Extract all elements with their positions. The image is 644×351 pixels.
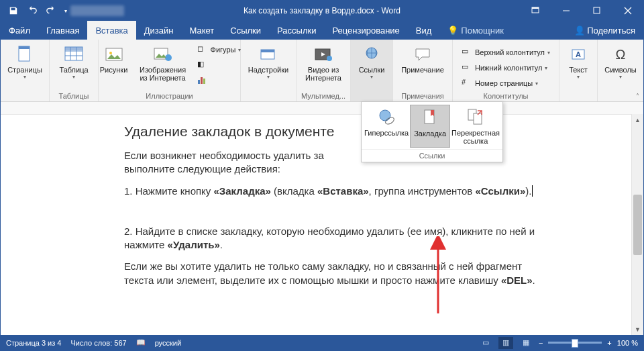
tab-review[interactable]: Рецензирование (324, 21, 407, 40)
chart-button[interactable] (195, 73, 244, 88)
share-icon: 👤 (574, 26, 585, 36)
lightbulb-icon: 💡 (447, 26, 458, 36)
online-video-button[interactable]: Видео из Интернета (299, 42, 347, 82)
symbols-button[interactable]: Ω Символы▾ (600, 42, 641, 80)
tab-layout[interactable]: Макет (181, 21, 222, 40)
group-pages: Страницы▾ (1, 40, 50, 101)
omega-icon: Ω (610, 44, 631, 65)
cross-reference-button[interactable]: Перекрестная ссылка (450, 105, 501, 148)
zoom-in-button[interactable]: + (607, 339, 611, 347)
shapes-icon: ◻ (197, 44, 208, 55)
maximize-button[interactable] (582, 1, 612, 21)
table-icon (63, 44, 85, 65)
tab-insert[interactable]: Вставка (87, 21, 136, 40)
tab-view[interactable]: Вид (408, 21, 440, 40)
tab-home[interactable]: Главная (38, 21, 87, 40)
ribbon: Страницы▾ Таблица▾ Таблицы Рисунки (1, 40, 643, 102)
header-button[interactable]: ▭Верхний колонтитул ▾ (459, 45, 553, 60)
video-icon (313, 44, 334, 65)
chart-icon (197, 75, 208, 86)
window-controls (520, 1, 643, 21)
addins-button[interactable]: Надстройки▾ (244, 42, 293, 80)
qat-more-button[interactable]: ▾ (61, 1, 70, 20)
tell-me[interactable]: 💡Помощник (439, 21, 512, 40)
zoom-slider[interactable] (548, 342, 602, 344)
page-number-button[interactable]: #Номер страницы ▾ (459, 76, 553, 91)
shapes-button[interactable]: ◻Фигуры ▾ (195, 42, 244, 57)
group-links: Ссылки▾ (351, 40, 393, 101)
tab-references[interactable]: Ссылки (222, 21, 269, 40)
tab-mailings[interactable]: Рассылки (269, 21, 324, 40)
picture-icon (103, 44, 125, 65)
zoom-out-button[interactable]: − (539, 339, 543, 347)
ruler[interactable] (1, 102, 643, 115)
status-wordcount[interactable]: Число слов: 567 (70, 339, 126, 347)
vertical-scrollbar[interactable]: ▲ ▼ (631, 114, 643, 335)
addins-icon (258, 44, 279, 65)
pictures-button[interactable]: Рисунки (95, 42, 133, 74)
pagenum-icon: # (462, 78, 472, 89)
svg-rect-14 (203, 79, 205, 84)
footer-button[interactable]: ▭Нижний колонтитул ▾ (459, 60, 553, 75)
hyperlink-icon (376, 107, 397, 126)
bookmark-button[interactable]: Закладка (410, 105, 450, 148)
illus-small-buttons: ◻Фигуры ▾ ◧ (195, 42, 244, 88)
comment-icon (412, 44, 433, 65)
online-picture-icon (152, 44, 174, 65)
tab-file[interactable]: Файл (1, 21, 38, 40)
group-text: A Текст▾ (559, 40, 598, 101)
document-area: Удаление закладок в документе Если возни… (1, 102, 643, 335)
text-button[interactable]: A Текст▾ (562, 42, 594, 80)
pages-button[interactable]: Страницы▾ (3, 42, 46, 80)
status-proofing-icon[interactable]: 📖 (136, 338, 146, 347)
group-illustrations: Рисунки Изображения из Интернета ◻Фигуры… (99, 40, 241, 101)
undo-button[interactable] (23, 1, 41, 20)
scroll-up-button[interactable]: ▲ (632, 114, 643, 126)
close-button[interactable] (612, 1, 643, 21)
table-button[interactable]: Таблица▾ (52, 42, 95, 80)
group-comments: Примечание Примечания (393, 40, 453, 101)
svg-rect-7 (65, 47, 83, 50)
svg-point-9 (109, 52, 112, 54)
titlebar: ▾ Как создать закладку в Ворде.docx - Wo… (1, 1, 643, 21)
status-page[interactable]: Страница 3 из 4 (6, 339, 61, 347)
textbox-icon: A (568, 44, 589, 65)
svg-rect-16 (261, 50, 274, 52)
share-button[interactable]: 👤 Поделиться (566, 21, 643, 40)
footer-icon: ▭ (462, 62, 472, 73)
svg-text:A: A (576, 50, 581, 58)
smartart-button[interactable]: ◧ (195, 58, 244, 72)
ribbon-display-button[interactable] (520, 1, 551, 21)
scroll-down-button[interactable]: ▼ (632, 323, 643, 335)
comment-button[interactable]: Примечание (396, 42, 449, 74)
collapse-ribbon-button[interactable]: ˄ (636, 93, 639, 100)
bookmark-icon (419, 108, 441, 127)
minimize-button[interactable] (551, 1, 582, 21)
group-header-footer: ▭Верхний колонтитул ▾ ▭Нижний колонтитул… (453, 40, 559, 101)
paragraph-4: Если же вы хотите удалить не только саму… (124, 260, 540, 287)
svg-point-18 (327, 56, 332, 61)
svg-rect-13 (201, 77, 203, 84)
links-dropdown-panel: Гиперссылка Закладка Перекрестная ссылка… (361, 101, 503, 162)
view-print-layout[interactable]: ▥ (498, 337, 513, 349)
ribbon-tabs: Файл Главная Вставка Дизайн Макет Ссылки… (1, 21, 643, 40)
document-page[interactable]: Удаление закладок в документе Если возни… (1, 114, 631, 335)
online-pictures-button[interactable]: Изображения из Интернета (134, 42, 192, 82)
save-button[interactable] (5, 1, 22, 20)
links-dropdown-button[interactable]: Ссылки▾ (354, 42, 390, 80)
view-read-mode[interactable]: ▭ (478, 337, 493, 349)
paragraph-2: 1. Нажмите кнопку «Закладка» (вкладка «В… (124, 185, 540, 198)
group-media: Видео из Интернета Мультимед... (297, 40, 351, 101)
app-window: ▾ Как создать закладку в Ворде.docx - Wo… (0, 0, 644, 351)
hyperlink-button[interactable]: Гиперссылка (363, 105, 410, 148)
svg-rect-1 (532, 7, 539, 9)
view-web-layout[interactable]: ▦ (519, 337, 533, 349)
scroll-thumb[interactable] (633, 195, 642, 255)
account-area[interactable] (70, 5, 124, 16)
redo-button[interactable] (42, 1, 60, 20)
zoom-level[interactable]: 100 % (617, 339, 638, 347)
globe-link-icon (361, 44, 382, 65)
tab-design[interactable]: Дизайн (136, 21, 182, 40)
header-icon: ▭ (462, 47, 472, 58)
status-language[interactable]: русский (155, 339, 181, 347)
